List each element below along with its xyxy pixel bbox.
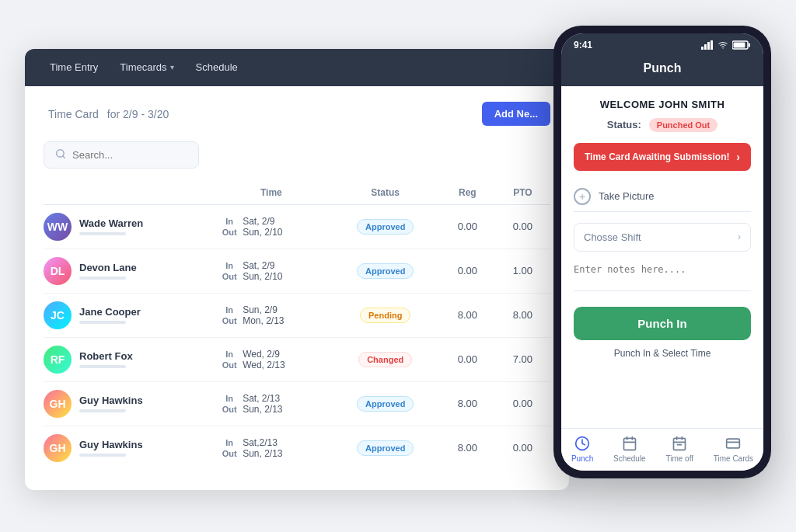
- nav-timeoff-label: Time off: [665, 454, 693, 463]
- desktop-app: Time Entry Timecards ▾ Schedule Time Car…: [25, 49, 569, 490]
- reg-cell: 0.00: [440, 204, 495, 249]
- status-badge: Pending: [360, 308, 410, 323]
- nav-timecards[interactable]: Timecards ▾: [110, 57, 183, 78]
- person-name: Wade Warren: [79, 217, 143, 229]
- person-bar: [79, 276, 126, 280]
- pto-cell: 0.00: [495, 381, 550, 426]
- person-info: Guy Hawkins: [79, 439, 143, 457]
- nav-timecards-label: Time Cards: [714, 454, 753, 463]
- table-row[interactable]: JC Jane Cooper InSun, 2/9 OutMon, 2/13 P…: [44, 293, 550, 337]
- person-name: Robert Fox: [79, 350, 133, 362]
- punch-in-button[interactable]: Punch In: [574, 307, 751, 340]
- phone-nav-timeoff[interactable]: Time off: [665, 435, 693, 463]
- signal-icon: [701, 40, 714, 50]
- choose-shift-dropdown[interactable]: Chosse Shift ›: [574, 223, 751, 252]
- svg-rect-8: [749, 43, 750, 47]
- status-badge: Approved: [357, 440, 414, 456]
- punch-icon: [574, 435, 591, 452]
- person-bar: [79, 321, 126, 324]
- nav-punch-label: Punch: [571, 454, 593, 463]
- phone-status-bar: 9:41: [561, 33, 763, 55]
- wifi-icon: [717, 40, 729, 50]
- reg-cell: 0.00: [440, 337, 495, 381]
- welcome-text: WELCOME JOHN SMITH: [574, 99, 751, 110]
- table-row[interactable]: GH Guy Hawkins InSat,2/13 OutSun, 2/13 A…: [44, 426, 550, 470]
- status-row: Status: Punched Out: [574, 118, 751, 132]
- svg-rect-4: [707, 42, 710, 50]
- svg-line-1: [63, 155, 65, 158]
- status-cell: Approved: [331, 249, 440, 293]
- status-cell: Approved: [331, 381, 440, 426]
- timecard-date-range: for 2/9 - 3/20: [107, 108, 169, 120]
- phone-nav-schedule[interactable]: Schedule: [613, 435, 646, 463]
- timecards-icon: [724, 435, 742, 452]
- svg-rect-10: [623, 438, 635, 450]
- phone-time: 9:41: [574, 40, 592, 50]
- person-cell: DL Devon Lane: [44, 249, 211, 293]
- nav-time-entry[interactable]: Time Entry: [40, 57, 107, 78]
- reg-cell: 8.00: [440, 293, 495, 337]
- svg-rect-2: [701, 47, 703, 50]
- time-cell: InSat, 2/13 OutSun, 2/13: [211, 381, 330, 426]
- table-row[interactable]: RF Robert Fox InWed, 2/9 OutWed, 2/13 Ch…: [44, 337, 550, 381]
- person-name: Jane Cooper: [79, 306, 141, 318]
- take-picture-button[interactable]: + Take Picture: [574, 182, 751, 212]
- status-cell: Approved: [331, 426, 440, 470]
- search-input[interactable]: [72, 149, 187, 161]
- timecard-alert-button[interactable]: Time Card Awaiting Submission! ›: [574, 143, 751, 171]
- add-new-button[interactable]: Add Ne...: [482, 102, 550, 126]
- phone-nav-timecards[interactable]: Time Cards: [714, 435, 753, 463]
- svg-rect-5: [710, 40, 713, 50]
- person-bar: [79, 232, 126, 235]
- phone-status-icons: [701, 40, 751, 50]
- timecard-header: Time Card for 2/9 - 3/20 Add Ne...: [44, 102, 550, 126]
- person-cell: RF Robert Fox: [44, 338, 211, 381]
- avatar: JC: [44, 301, 72, 329]
- nav-schedule[interactable]: Schedule: [187, 57, 247, 78]
- take-picture-label: Take Picture: [599, 190, 655, 202]
- battery-icon: [732, 40, 751, 50]
- reg-cell: 0.00: [440, 249, 495, 293]
- time-cell: InSat,2/13 OutSun, 2/13: [211, 426, 330, 470]
- person-name: Devon Lane: [79, 262, 137, 273]
- person-cell: WW Wade Warren: [44, 205, 211, 249]
- person-bar: [79, 454, 126, 457]
- status-cell: Pending: [331, 293, 440, 337]
- status-label: Status:: [607, 119, 641, 130]
- col-reg: Reg: [440, 181, 495, 205]
- pto-cell: 1.00: [495, 249, 550, 293]
- phone-screen: 9:41: [561, 33, 763, 471]
- schedule-icon: [621, 435, 638, 452]
- nav-timecards-label: Timecards: [120, 61, 166, 73]
- avatar: GH: [44, 434, 72, 462]
- shift-chevron-icon: ›: [738, 231, 741, 242]
- phone-nav-punch[interactable]: Punch: [571, 435, 593, 463]
- person-info: Robert Fox: [79, 350, 133, 368]
- table-row[interactable]: WW Wade Warren InSat, 2/9 OutSun, 2/10 A…: [44, 204, 550, 249]
- table-row[interactable]: GH Guy Hawkins InSat, 2/13 OutSun, 2/13 …: [44, 381, 550, 426]
- timeoff-icon: [671, 435, 688, 452]
- phone-bottom-nav: Punch Schedule: [561, 428, 763, 471]
- page-title: Time Card for 2/9 - 3/20: [44, 106, 169, 122]
- pto-cell: 7.00: [495, 337, 550, 381]
- scene: Time Entry Timecards ▾ Schedule Time Car…: [25, 26, 771, 507]
- status-badge: Changed: [358, 352, 412, 367]
- person-name: Guy Hawkins: [79, 439, 143, 450]
- person-info: Jane Cooper: [79, 306, 141, 324]
- status-badge: Approved: [357, 219, 414, 235]
- nav-schedule-label: Schedule: [196, 61, 238, 73]
- col-pto: PTO: [495, 181, 550, 205]
- table-row[interactable]: DL Devon Lane InSat, 2/9 OutSun, 2/10 Ap…: [44, 249, 550, 293]
- notes-input[interactable]: [574, 259, 751, 291]
- mobile-phone: 9:41: [553, 26, 771, 478]
- col-time: Time: [211, 181, 330, 205]
- person-bar: [79, 409, 126, 412]
- pto-cell: 0.00: [495, 204, 550, 249]
- avatar: DL: [44, 257, 72, 285]
- person-cell: GH Guy Hawkins: [44, 382, 211, 426]
- phone-body: WELCOME JOHN SMITH Status: Punched Out T…: [561, 86, 763, 428]
- reg-cell: 8.00: [440, 426, 495, 470]
- status-cell: Approved: [331, 204, 440, 249]
- search-bar: [44, 141, 199, 169]
- punch-select-time-link[interactable]: Punch In & Select Time: [574, 348, 751, 359]
